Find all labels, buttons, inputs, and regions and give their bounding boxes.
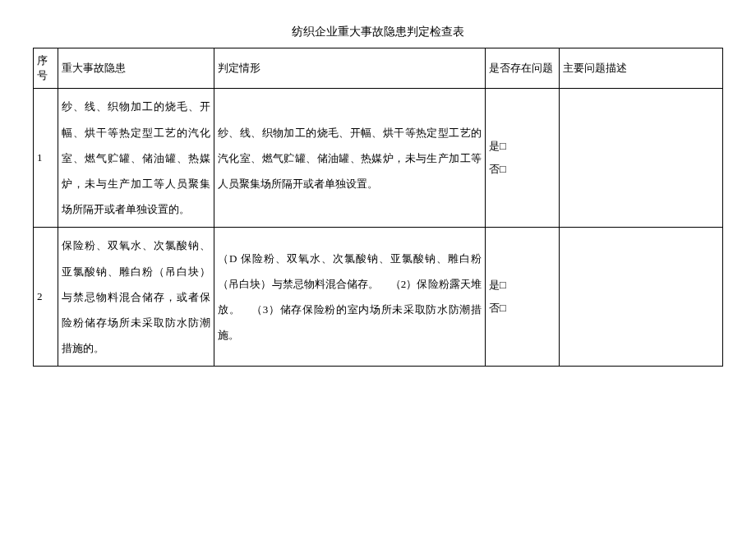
document-title: 纺织企业重大事故隐患判定检查表 xyxy=(33,25,723,39)
table-header-row: 序号 重大事故隐患 判定情形 是否存在问题 主要问题描述 xyxy=(34,48,723,89)
cell-situation: （D 保险粉、双氧水、次氯酸钠、亚氯酸钠、雕白粉（吊白块）与禁忌物料混合储存。 … xyxy=(214,228,486,367)
table-row: 1 纱、线、织物加工的烧毛、开幅、烘干等热定型工艺的汽化室、燃气贮罐、储油罐、热… xyxy=(34,89,723,228)
header-exist: 是否存在问题 xyxy=(486,48,560,89)
checkbox-no[interactable]: 否□ xyxy=(489,297,555,321)
header-hazard: 重大事故隐患 xyxy=(58,48,214,89)
checkbox-yes[interactable]: 是□ xyxy=(489,135,555,159)
cell-hazard: 保险粉、双氧水、次氯酸钠、亚氯酸钠、雕白粉（吊白块）与禁忌物料混合储存，或者保险… xyxy=(58,228,214,367)
header-desc: 主要问题描述 xyxy=(560,48,723,89)
inspection-table: 序号 重大事故隐患 判定情形 是否存在问题 主要问题描述 1 纱、线、织物加工的… xyxy=(33,48,723,367)
checkbox-no[interactable]: 否□ xyxy=(489,158,555,182)
header-situation: 判定情形 xyxy=(214,48,486,89)
cell-desc xyxy=(560,89,723,228)
cell-desc xyxy=(560,228,723,367)
cell-seq: 2 xyxy=(34,228,58,367)
header-seq: 序号 xyxy=(34,48,58,89)
checkbox-yes[interactable]: 是□ xyxy=(489,274,555,297)
cell-hazard: 纱、线、织物加工的烧毛、开幅、烘干等热定型工艺的汽化室、燃气贮罐、储油罐、热媒炉… xyxy=(58,89,214,228)
cell-exist: 是□ 否□ xyxy=(486,89,560,228)
cell-situation: 纱、线、织物加工的烧毛、开幅、烘干等热定型工艺的汽化室、燃气贮罐、储油罐、热媒炉… xyxy=(214,89,486,228)
cell-seq: 1 xyxy=(34,89,58,228)
table-row: 2 保险粉、双氧水、次氯酸钠、亚氯酸钠、雕白粉（吊白块）与禁忌物料混合储存，或者… xyxy=(34,228,723,367)
cell-exist: 是□ 否□ xyxy=(486,228,560,367)
